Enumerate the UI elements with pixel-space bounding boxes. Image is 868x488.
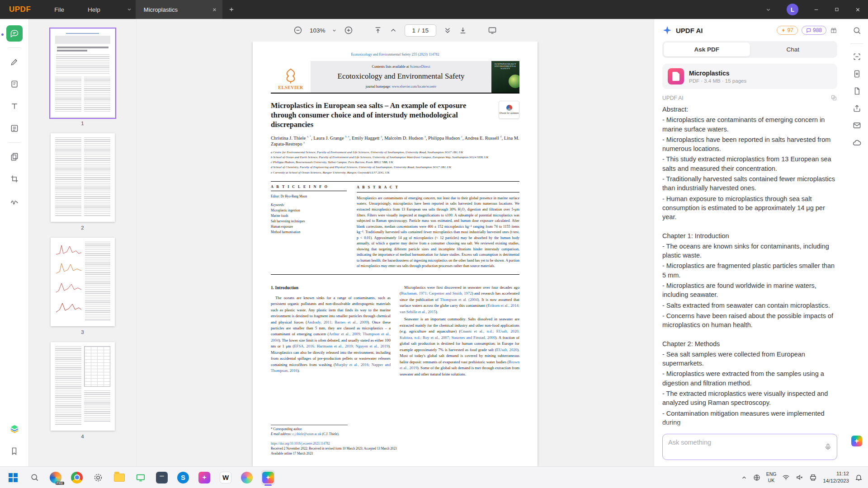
copy-button[interactable] — [830, 94, 837, 101]
start-button[interactable] — [6, 470, 20, 485]
close-window-button[interactable] — [847, 0, 868, 19]
email-button[interactable] — [853, 121, 861, 130]
thumbnail-page-number: 1 — [81, 121, 84, 126]
media-app[interactable] — [240, 470, 254, 485]
user-avatar[interactable]: L — [787, 4, 798, 15]
notifications-button[interactable] — [855, 474, 863, 481]
media-icon — [241, 472, 253, 483]
to-bottom-icon — [459, 26, 467, 34]
form-tool-button[interactable] — [6, 120, 23, 136]
file-card[interactable]: Microplastics PDF · 3.4 MB · 15 pages — [662, 64, 837, 89]
keyword: Human exposure — [271, 225, 347, 230]
document-tools-button[interactable] — [853, 87, 861, 95]
design-app[interactable] — [198, 470, 211, 485]
comment-tool-button[interactable] — [6, 25, 23, 42]
ai-floating-button[interactable] — [851, 436, 862, 446]
skype-app[interactable]: S — [176, 470, 190, 485]
signature-tool-button[interactable] — [6, 193, 23, 209]
language-indicator[interactable]: ENG UK — [766, 471, 777, 483]
convert-button[interactable] — [853, 70, 861, 78]
page-scroll-area[interactable]: Ecotoxicology and Environmental Safety 2… — [137, 42, 654, 466]
cloud-save-button[interactable] — [852, 138, 861, 147]
thumbnail-item[interactable] — [51, 133, 115, 222]
organize-pages-button[interactable] — [6, 149, 23, 165]
menu-help[interactable]: Help — [76, 0, 112, 19]
share-button[interactable] — [853, 104, 861, 113]
next-page-button[interactable] — [443, 26, 452, 34]
chrome-app[interactable] — [70, 470, 84, 485]
search-button[interactable] — [853, 26, 861, 35]
abstract-column: A B S T R A C T Microplastics are contam… — [357, 185, 519, 269]
file-explorer-app[interactable] — [113, 470, 126, 485]
thumbnail-item[interactable] — [51, 29, 115, 117]
ai-section-heading: Chapter 1: Introduction — [662, 231, 837, 240]
note-tool-button[interactable] — [6, 76, 23, 92]
system-tray: ENG UK 11:12 14/12/2023 — [741, 470, 863, 484]
hidden-icons-button[interactable] — [741, 474, 747, 481]
page-total: 15 — [422, 27, 429, 34]
homepage-line[interactable]: journal homepage: www.elsevier.com/locat… — [314, 84, 488, 89]
page-indicator[interactable]: 1 / 15 — [405, 24, 436, 37]
zoom-out-button[interactable] — [293, 26, 302, 35]
document-tab[interactable]: Microplastics — [136, 0, 222, 19]
ask-input-box[interactable] — [662, 434, 837, 460]
zoom-in-button[interactable] — [344, 26, 353, 35]
notes-app[interactable]: W — [219, 470, 232, 485]
chevron-down-icon — [765, 7, 771, 13]
email-line[interactable]: E-mail address: c.j.thiele@soton.ac.uk (… — [271, 432, 519, 437]
tab-label: Microplastics — [144, 6, 208, 13]
gift-icon[interactable] — [830, 27, 837, 34]
layers-button[interactable] — [6, 421, 23, 437]
journal-reference: Ecotoxicology and Environmental Safety 2… — [271, 52, 519, 56]
viewer-toolbar: 103% 1 / 15 — [137, 19, 654, 42]
mic-button[interactable] — [824, 443, 832, 451]
thumbnail-item[interactable] — [51, 238, 115, 326]
ocr-button[interactable] — [853, 52, 861, 61]
wifi-icon — [782, 474, 790, 481]
text-edit-tool-button[interactable] — [6, 98, 23, 114]
ai-response[interactable]: Abstract: - Microplastics are contaminan… — [662, 105, 837, 430]
credits-badge[interactable]: 97 — [777, 26, 798, 35]
titlebar-dropdown-button[interactable] — [757, 7, 779, 13]
convert-icon — [853, 70, 861, 78]
doi-link[interactable]: https://doi.org/10.1016/j.ecoenv.2023.11… — [271, 441, 519, 446]
wifi-button[interactable] — [782, 474, 790, 481]
present-button[interactable] — [488, 26, 497, 35]
ai-bullet: - The extracted microplastics were visua… — [662, 389, 837, 408]
display-app[interactable] — [134, 470, 147, 485]
calculator-app[interactable] — [155, 470, 169, 485]
updf-app[interactable] — [261, 470, 275, 485]
highlighter-tool-button[interactable] — [6, 54, 23, 70]
zoom-control[interactable]: 103% — [310, 27, 337, 34]
right-toolbar — [845, 19, 868, 466]
ask-input[interactable] — [668, 439, 819, 446]
bookmark-button[interactable] — [6, 443, 23, 459]
titlebar-right: L — [757, 0, 868, 19]
questions-badge[interactable]: 988 — [802, 26, 826, 35]
tab-list-button[interactable] — [123, 7, 136, 12]
settings-app[interactable] — [91, 470, 105, 485]
volume-button[interactable] — [796, 474, 803, 481]
check-updates-badge[interactable]: Check for updates — [499, 101, 519, 119]
thumbnail-item[interactable] — [51, 342, 115, 431]
clock[interactable]: 11:12 14/12/2023 — [823, 470, 849, 484]
printer-button[interactable] — [809, 474, 817, 481]
maximize-button[interactable] — [826, 0, 847, 19]
menu-file[interactable]: File — [42, 0, 76, 19]
minimize-button[interactable] — [806, 0, 826, 19]
edge-preview-app[interactable]: PRE — [49, 470, 62, 485]
tab-chat[interactable]: Chat — [750, 42, 836, 56]
scroll-to-top-button[interactable] — [374, 26, 382, 34]
tab-close-button[interactable] — [212, 7, 217, 12]
thumbnail-page-number: 3 — [81, 329, 84, 335]
ai-section-heading: Chapter 2: Methods — [662, 339, 837, 348]
previous-page-button[interactable] — [389, 26, 397, 34]
new-tab-button[interactable] — [222, 6, 241, 13]
scroll-to-bottom-button[interactable] — [459, 26, 467, 34]
taskbar-search-button[interactable] — [28, 470, 41, 485]
tab-ask-pdf[interactable]: Ask PDF — [664, 42, 750, 56]
available-line: Available online 17 March 2023 — [271, 451, 519, 456]
crop-tool-button[interactable] — [6, 171, 23, 187]
pdf-viewer: 103% 1 / 15 — [137, 19, 654, 466]
network-button[interactable] — [753, 474, 760, 481]
